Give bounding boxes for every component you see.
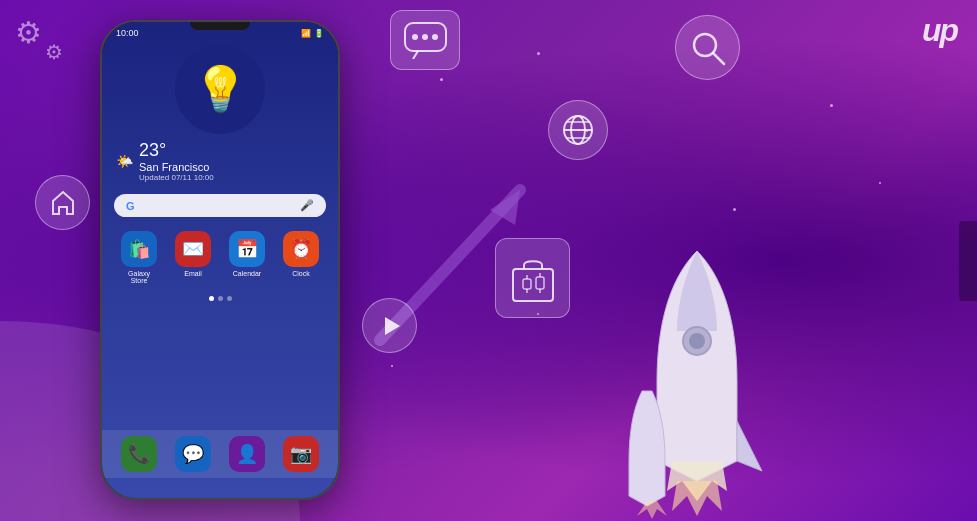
svg-point-22 [689, 333, 705, 349]
phone-screen: 10:00 📶 🔋 💡 🌤️ 23° San Francisco Update [102, 22, 338, 498]
magnify-icon-circle [675, 15, 740, 80]
gear-large-icon: ⚙ [15, 15, 42, 50]
globe-icon [560, 112, 596, 148]
clock-icon: ⏰ [283, 231, 319, 267]
svg-point-5 [432, 34, 438, 40]
bulb-icon: 💡 [193, 63, 248, 115]
email-icon: ✉️ [175, 231, 211, 267]
svg-marker-20 [385, 317, 400, 335]
phone-frame: 10:00 📶 🔋 💡 🌤️ 23° San Francisco Update [100, 20, 340, 500]
svg-marker-1 [490, 190, 520, 225]
microphone-icon: 🎤 [300, 199, 314, 212]
search-bar[interactable]: G 🎤 [114, 194, 326, 217]
play-icon-circle[interactable] [362, 298, 417, 353]
shopping-bag-icon [508, 251, 558, 306]
bulb-widget: 💡 [102, 44, 338, 134]
globe-float-icon [548, 100, 608, 160]
calendar-icon: 📅 [229, 231, 265, 267]
dock-contacts[interactable]: 👤 [224, 436, 270, 472]
svg-rect-14 [523, 279, 531, 289]
chat-bubble-icon [403, 21, 448, 59]
clock-time: 10:00 [116, 28, 139, 38]
phone-mockup: 10:00 📶 🔋 💡 🌤️ 23° San Francisco Update [100, 20, 340, 500]
weather-updated: Updated 07/11 10:00 [139, 173, 214, 182]
weather-city: San Francisco [139, 161, 214, 173]
bottom-dock: 📞 💬 👤 📷 [102, 430, 338, 478]
weather-icon: 🌤️ [116, 153, 133, 169]
battery-icon: 🔋 [314, 29, 324, 38]
messages-icon: 💬 [175, 436, 211, 472]
app-galaxy-store[interactable]: 🛍️ GalaxyStore [116, 231, 162, 284]
email-label: Email [184, 270, 202, 277]
dot-1 [209, 296, 214, 301]
chat-icon-circle [390, 10, 460, 70]
app-clock[interactable]: ⏰ Clock [278, 231, 324, 284]
dot-2 [218, 296, 223, 301]
app-calendar[interactable]: 📅 Calendar [224, 231, 270, 284]
shopping-float-icon [495, 238, 570, 318]
magnifying-glass-icon [689, 29, 727, 67]
weather-widget: 🌤️ 23° San Francisco Updated 07/11 10:00 [102, 134, 338, 188]
bulb-circle: 💡 [175, 44, 265, 134]
google-logo: G [126, 200, 135, 212]
home-icon [48, 188, 78, 218]
svg-point-4 [422, 34, 428, 40]
chat-float-icon [390, 10, 460, 70]
rocket-svg [617, 241, 777, 521]
phone-icon: 📞 [121, 436, 157, 472]
svg-line-7 [713, 53, 724, 64]
play-button-icon [376, 312, 404, 340]
gear-small-icon: ⚙ [45, 40, 63, 64]
sidebar-handle[interactable] [959, 221, 977, 301]
galaxy-store-label: GalaxyStore [128, 270, 150, 284]
camera-icon: 📷 [283, 436, 319, 472]
play-float-icon[interactable] [362, 298, 417, 353]
shopping-icon-circle [495, 238, 570, 318]
dock-camera[interactable]: 📷 [278, 436, 324, 472]
svg-point-3 [412, 34, 418, 40]
dock-messages[interactable]: 💬 [170, 436, 216, 472]
app-grid-row1: 🛍️ GalaxyStore ✉️ Email 📅 Calendar ⏰ Clo… [102, 223, 338, 292]
home-float-icon [35, 175, 90, 230]
page-dots [102, 296, 338, 301]
logo: up [922, 12, 957, 49]
home-icon-circle [35, 175, 90, 230]
phone-notch [190, 22, 250, 30]
app-email[interactable]: ✉️ Email [170, 231, 216, 284]
globe-icon-circle [548, 100, 608, 160]
galaxy-store-icon: 🛍️ [121, 231, 157, 267]
search-float-icon [675, 15, 740, 80]
weather-temperature: 23° [139, 140, 214, 161]
clock-label: Clock [292, 270, 310, 277]
svg-rect-17 [536, 277, 544, 289]
dot-3 [227, 296, 232, 301]
rocket-decoration [617, 241, 777, 521]
signal-icon: 📶 [301, 29, 311, 38]
svg-rect-13 [513, 269, 553, 301]
calendar-label: Calendar [233, 270, 261, 277]
contacts-icon: 👤 [229, 436, 265, 472]
dock-phone[interactable]: 📞 [116, 436, 162, 472]
